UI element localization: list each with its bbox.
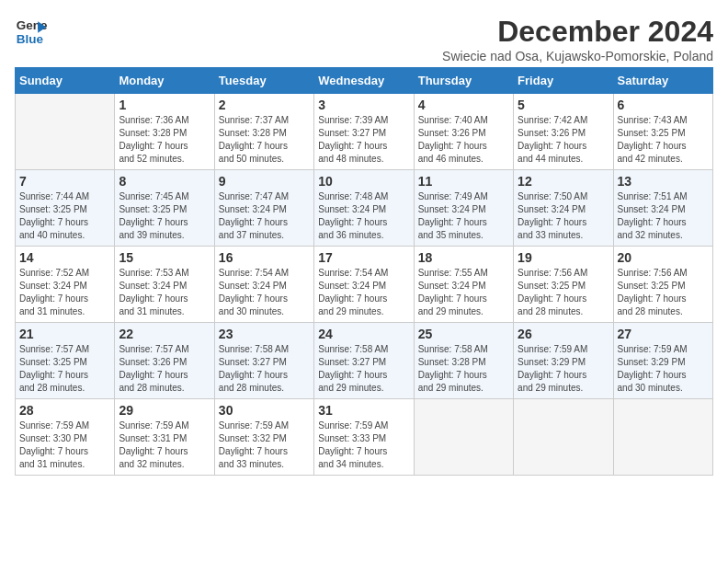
calendar-week-3: 21Sunrise: 7:57 AMSunset: 3:25 PMDayligh… [16, 323, 713, 399]
day-number: 10 [318, 174, 409, 189]
day-number: 12 [518, 174, 609, 189]
day-number: 26 [518, 327, 609, 341]
day-number: 3 [318, 98, 409, 112]
col-monday: Monday [115, 68, 214, 94]
day-info: Sunrise: 7:59 AMSunset: 3:29 PMDaylight:… [618, 344, 688, 393]
col-sunday: Sunday [16, 68, 115, 94]
day-info: Sunrise: 7:55 AMSunset: 3:24 PMDaylight:… [418, 268, 488, 316]
calendar-cell: 23Sunrise: 7:58 AMSunset: 3:27 PMDayligh… [214, 323, 313, 399]
calendar-cell: 20Sunrise: 7:56 AMSunset: 3:25 PMDayligh… [613, 247, 712, 323]
day-info: Sunrise: 7:57 AMSunset: 3:25 PMDaylight:… [19, 344, 89, 393]
day-info: Sunrise: 7:57 AMSunset: 3:26 PMDaylight:… [119, 344, 188, 393]
day-info: Sunrise: 7:40 AMSunset: 3:26 PMDaylight:… [418, 115, 488, 164]
calendar-cell: 4Sunrise: 7:40 AMSunset: 3:26 PMDaylight… [414, 94, 513, 170]
calendar-cell: 9Sunrise: 7:47 AMSunset: 3:24 PMDaylight… [214, 170, 313, 247]
day-number: 1 [119, 98, 210, 112]
day-number: 18 [418, 250, 509, 265]
day-info: Sunrise: 7:47 AMSunset: 3:24 PMDaylight:… [219, 191, 289, 240]
calendar-cell: 3Sunrise: 7:39 AMSunset: 3:27 PMDaylight… [314, 94, 414, 170]
calendar-cell: 26Sunrise: 7:59 AMSunset: 3:29 PMDayligh… [514, 323, 613, 399]
title-area: December 2024 Swiecie nad Osa, Kujawsko-… [442, 15, 713, 63]
col-thursday: Thursday [414, 68, 513, 94]
calendar-cell: 19Sunrise: 7:56 AMSunset: 3:25 PMDayligh… [514, 247, 613, 323]
col-wednesday: Wednesday [314, 68, 414, 94]
svg-text:Blue: Blue [17, 32, 44, 46]
day-info: Sunrise: 7:54 AMSunset: 3:24 PMDaylight:… [219, 268, 289, 316]
day-info: Sunrise: 7:39 AMSunset: 3:27 PMDaylight:… [318, 115, 388, 164]
day-number: 15 [119, 250, 210, 265]
day-number: 6 [618, 98, 709, 112]
day-number: 17 [318, 250, 409, 265]
calendar-cell: 8Sunrise: 7:45 AMSunset: 3:25 PMDaylight… [115, 170, 214, 247]
header: General Blue December 2024 Swiecie nad O… [15, 15, 713, 63]
calendar-cell: 5Sunrise: 7:42 AMSunset: 3:26 PMDaylight… [514, 94, 613, 170]
day-number: 24 [318, 327, 409, 341]
day-info: Sunrise: 7:49 AMSunset: 3:24 PMDaylight:… [418, 191, 488, 240]
calendar-cell [414, 399, 513, 476]
day-info: Sunrise: 7:37 AMSunset: 3:28 PMDaylight:… [219, 115, 289, 164]
calendar-cell [16, 94, 115, 170]
calendar-cell: 12Sunrise: 7:50 AMSunset: 3:24 PMDayligh… [514, 170, 613, 247]
day-info: Sunrise: 7:50 AMSunset: 3:24 PMDaylight:… [518, 191, 587, 240]
day-info: Sunrise: 7:43 AMSunset: 3:25 PMDaylight:… [618, 115, 688, 164]
col-friday: Friday [514, 68, 613, 94]
day-number: 4 [418, 98, 509, 112]
calendar-cell: 21Sunrise: 7:57 AMSunset: 3:25 PMDayligh… [16, 323, 115, 399]
day-number: 19 [518, 250, 609, 265]
day-info: Sunrise: 7:51 AMSunset: 3:24 PMDaylight:… [618, 191, 688, 240]
day-number: 2 [219, 98, 310, 112]
calendar-cell: 24Sunrise: 7:58 AMSunset: 3:27 PMDayligh… [314, 323, 414, 399]
calendar-cell: 1Sunrise: 7:36 AMSunset: 3:28 PMDaylight… [115, 94, 214, 170]
calendar-table: Sunday Monday Tuesday Wednesday Thursday… [15, 67, 713, 476]
day-info: Sunrise: 7:52 AMSunset: 3:24 PMDaylight:… [19, 268, 89, 316]
calendar-cell: 25Sunrise: 7:58 AMSunset: 3:28 PMDayligh… [414, 323, 513, 399]
day-number: 25 [418, 327, 509, 341]
day-info: Sunrise: 7:45 AMSunset: 3:25 PMDaylight:… [119, 191, 188, 240]
calendar-cell: 29Sunrise: 7:59 AMSunset: 3:31 PMDayligh… [115, 399, 214, 476]
calendar-cell: 27Sunrise: 7:59 AMSunset: 3:29 PMDayligh… [613, 323, 712, 399]
day-number: 16 [219, 250, 310, 265]
calendar-cell [613, 399, 712, 476]
col-tuesday: Tuesday [214, 68, 313, 94]
day-info: Sunrise: 7:59 AMSunset: 3:31 PMDaylight:… [119, 420, 188, 469]
calendar-cell: 14Sunrise: 7:52 AMSunset: 3:24 PMDayligh… [16, 247, 115, 323]
calendar-cell: 18Sunrise: 7:55 AMSunset: 3:24 PMDayligh… [414, 247, 513, 323]
day-info: Sunrise: 7:59 AMSunset: 3:30 PMDaylight:… [19, 420, 89, 469]
day-number: 29 [119, 403, 210, 418]
calendar-cell: 13Sunrise: 7:51 AMSunset: 3:24 PMDayligh… [613, 170, 712, 247]
day-number: 7 [19, 174, 110, 189]
calendar-cell: 10Sunrise: 7:48 AMSunset: 3:24 PMDayligh… [314, 170, 414, 247]
day-number: 22 [119, 327, 210, 341]
calendar-cell: 31Sunrise: 7:59 AMSunset: 3:33 PMDayligh… [314, 399, 414, 476]
day-info: Sunrise: 7:42 AMSunset: 3:26 PMDaylight:… [518, 115, 587, 164]
logo-icon: General Blue [15, 15, 48, 48]
day-info: Sunrise: 7:59 AMSunset: 3:29 PMDaylight:… [518, 344, 587, 393]
day-info: Sunrise: 7:54 AMSunset: 3:24 PMDaylight:… [318, 268, 388, 316]
month-title: December 2024 [442, 15, 713, 49]
day-info: Sunrise: 7:58 AMSunset: 3:27 PMDaylight:… [318, 344, 388, 393]
calendar-cell: 16Sunrise: 7:54 AMSunset: 3:24 PMDayligh… [214, 247, 313, 323]
subtitle: Swiecie nad Osa, Kujawsko-Pomorskie, Pol… [442, 49, 713, 63]
day-number: 14 [19, 250, 110, 265]
calendar-week-1: 7Sunrise: 7:44 AMSunset: 3:25 PMDaylight… [16, 170, 713, 247]
calendar-week-2: 14Sunrise: 7:52 AMSunset: 3:24 PMDayligh… [16, 247, 713, 323]
day-number: 13 [618, 174, 709, 189]
day-number: 30 [219, 403, 310, 418]
logo: General Blue [15, 15, 51, 48]
calendar-cell: 7Sunrise: 7:44 AMSunset: 3:25 PMDaylight… [16, 170, 115, 247]
day-number: 8 [119, 174, 210, 189]
day-number: 20 [618, 250, 709, 265]
day-info: Sunrise: 7:59 AMSunset: 3:33 PMDaylight:… [318, 420, 388, 469]
day-info: Sunrise: 7:59 AMSunset: 3:32 PMDaylight:… [219, 420, 289, 469]
day-info: Sunrise: 7:58 AMSunset: 3:27 PMDaylight:… [219, 344, 289, 393]
calendar-week-0: 1Sunrise: 7:36 AMSunset: 3:28 PMDaylight… [16, 94, 713, 170]
calendar-cell [514, 399, 613, 476]
day-number: 5 [518, 98, 609, 112]
day-number: 31 [318, 403, 409, 418]
calendar-cell: 17Sunrise: 7:54 AMSunset: 3:24 PMDayligh… [314, 247, 414, 323]
day-number: 21 [19, 327, 110, 341]
col-saturday: Saturday [613, 68, 712, 94]
calendar-cell: 30Sunrise: 7:59 AMSunset: 3:32 PMDayligh… [214, 399, 313, 476]
day-info: Sunrise: 7:56 AMSunset: 3:25 PMDaylight:… [518, 268, 587, 316]
day-info: Sunrise: 7:53 AMSunset: 3:24 PMDaylight:… [119, 268, 188, 316]
